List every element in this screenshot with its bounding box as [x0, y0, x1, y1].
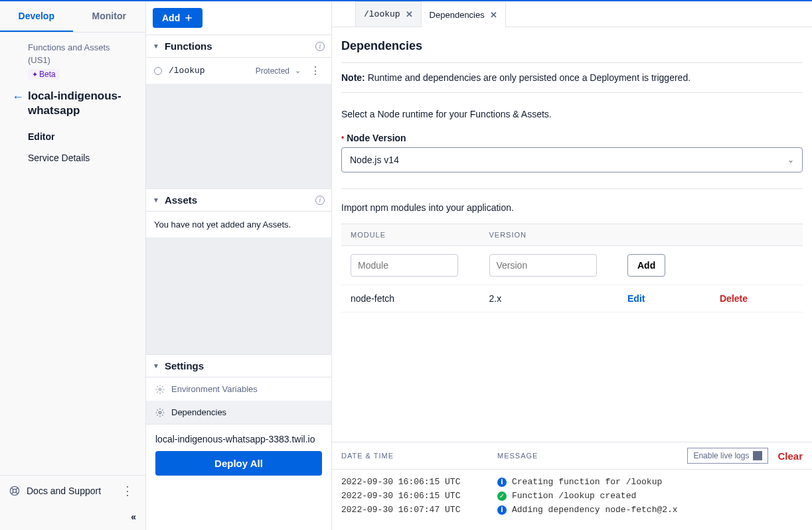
functions-section-header[interactable]: ▼ Functions i [146, 34, 331, 58]
version-header: VERSION [480, 224, 619, 246]
more-menu-icon[interactable]: ⋮ [119, 484, 136, 498]
function-item[interactable]: /lookup Protected ⌄ ⋮ [146, 58, 331, 84]
close-icon[interactable]: ✕ [406, 9, 413, 19]
node-version-value: Node.js v14 [350, 155, 399, 165]
tab-monitor[interactable]: Monitor [73, 1, 146, 32]
info-icon: i [497, 505, 507, 515]
settings-section-header[interactable]: ▼ Settings [146, 354, 331, 377]
enable-live-logs-button[interactable]: Enable live logs [687, 448, 768, 464]
npm-prompt: Import npm modules into your application… [341, 202, 803, 213]
clear-logs-button[interactable]: Clear [777, 450, 803, 462]
function-path: /lookup [169, 66, 256, 76]
module-name: node-fetch [341, 285, 480, 312]
beta-badge: ✦Beta [28, 69, 60, 80]
check-icon: ✓ [497, 492, 507, 501]
module-input-row: Add [341, 246, 803, 285]
note-row: Note: Runtime and dependencies are only … [341, 62, 803, 93]
close-icon[interactable]: ✕ [490, 10, 497, 20]
module-header: MODULE [341, 224, 480, 246]
docs-and-support[interactable]: Docs and Support [27, 486, 101, 496]
functions-title: Functions [165, 40, 310, 52]
help-icon [9, 486, 20, 496]
function-more-icon[interactable]: ⋮ [307, 64, 323, 77]
runtime-prompt: Select a Node runtime for your Functions… [341, 109, 803, 119]
required-star-icon: • [341, 133, 344, 143]
log-message: iAdding dependency node-fetch@2.x [497, 505, 678, 515]
log-timestamp: 2022-09-30 16:07:47 UTC [341, 505, 497, 515]
sidebar: Develop Monitor Functions and Assets (US… [0, 1, 146, 530]
node-version-label: Node Version [347, 133, 406, 143]
caret-down-icon: ▼ [153, 42, 159, 50]
main-panel: /lookup ✕ Dependencies ✕ Dependencies No… [332, 1, 812, 530]
chevron-down-icon[interactable]: ⌄ [295, 66, 301, 75]
settings-item-env-vars[interactable]: Environment Variables [146, 377, 331, 401]
add-button[interactable]: Add [153, 8, 203, 28]
add-module-button[interactable]: Add [627, 254, 665, 277]
dependencies-label: Dependencies [171, 407, 226, 417]
info-icon: i [497, 478, 507, 487]
edit-module-link[interactable]: Edit [627, 293, 645, 304]
sparkle-icon: ✦ [32, 70, 38, 79]
log-message: iCreating function for /lookup [497, 477, 662, 487]
assets-empty-text: You have not yet added any Assets. [146, 212, 331, 237]
assets-title: Assets [165, 194, 310, 206]
collapse-sidebar-icon[interactable]: « [131, 511, 136, 522]
caret-down-icon: ▼ [153, 362, 159, 369]
editor-tab-dependencies[interactable]: Dependencies ✕ [421, 2, 506, 27]
dependencies-title: Dependencies [341, 39, 803, 53]
info-icon[interactable]: i [315, 42, 325, 51]
svg-line-2 [11, 488, 13, 490]
gear-icon [155, 385, 165, 394]
svg-point-1 [13, 489, 16, 492]
svg-line-3 [16, 488, 18, 490]
log-timestamp: 2022-09-30 16:06:15 UTC [341, 477, 497, 487]
breadcrumb-region: (US1) [12, 55, 133, 65]
caret-down-icon: ▼ [153, 196, 159, 204]
version-input[interactable] [489, 254, 597, 277]
env-vars-label: Environment Variables [171, 384, 258, 394]
log-row: 2022-09-30 16:06:15 UTC✓Function /lookup… [341, 489, 803, 503]
module-version: 2.x [480, 285, 619, 312]
info-icon[interactable]: i [315, 196, 325, 205]
node-version-select[interactable]: Node.js v14 ⌄ [341, 147, 803, 172]
svg-line-5 [16, 492, 18, 494]
plus-icon [184, 13, 193, 23]
sidebar-item-editor[interactable]: Editor [28, 126, 133, 147]
log-row: 2022-09-30 16:07:47 UTCiAdding dependenc… [341, 503, 803, 517]
logs-panel: DATE & TIME MESSAGE Enable live logs Cle… [332, 442, 812, 530]
log-timestamp: 2022-09-30 16:06:15 UTC [341, 491, 497, 501]
sidebar-item-service-details[interactable]: Service Details [28, 147, 133, 168]
svg-line-4 [11, 492, 13, 494]
tab-develop[interactable]: Develop [0, 1, 73, 32]
settings-title: Settings [165, 360, 325, 371]
back-arrow-icon[interactable]: ← [12, 90, 23, 104]
svg-point-9 [159, 411, 161, 414]
module-row: node-fetch 2.x Edit Delete [341, 285, 803, 312]
editor-tab-lookup[interactable]: /lookup ✕ [355, 1, 422, 27]
breadcrumb-title: Functions and Assets [12, 42, 133, 52]
tab-label: /lookup [364, 9, 400, 19]
tab-label: Dependencies [430, 10, 485, 20]
chevron-down-icon: ⌄ [787, 155, 794, 165]
explorer-panel: Add ▼ Functions i /lookup Protected ⌄ ⋮ [146, 1, 332, 530]
logs-message-header: MESSAGE [497, 452, 687, 460]
module-input[interactable] [351, 254, 458, 277]
radio-icon [154, 67, 162, 75]
gear-icon [155, 408, 165, 417]
svg-point-0 [10, 486, 19, 495]
svg-point-8 [159, 388, 161, 391]
settings-item-dependencies[interactable]: Dependencies [146, 401, 331, 424]
log-message: ✓Function /lookup created [497, 491, 636, 501]
function-visibility: Protected [256, 66, 289, 76]
delete-module-link[interactable]: Delete [720, 293, 748, 304]
toggle-icon [753, 451, 762, 460]
logs-date-header: DATE & TIME [341, 452, 497, 460]
assets-section-header[interactable]: ▼ Assets i [146, 188, 331, 212]
service-url: local-indigenous-whatsapp-3383.twil.io [155, 434, 322, 444]
deploy-all-button[interactable]: Deploy All [155, 451, 322, 476]
log-row: 2022-09-30 16:06:15 UTCiCreating functio… [341, 475, 803, 489]
service-name: local-indigenous-whatsapp [28, 89, 133, 118]
